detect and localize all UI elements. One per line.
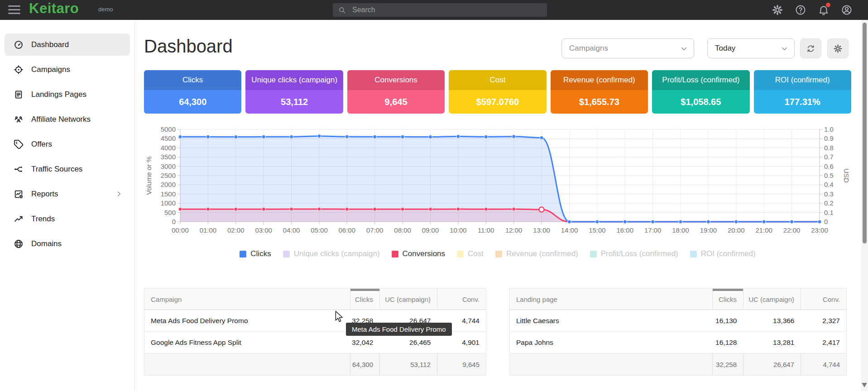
column-header-clicks[interactable]: Clicks bbox=[350, 289, 380, 310]
totals-row: 64,30053,1129,645 bbox=[144, 353, 486, 376]
topbar-actions bbox=[772, 4, 853, 16]
scroll-down-arrow[interactable] bbox=[862, 383, 867, 387]
sidebar-item-trends[interactable]: Trends bbox=[5, 208, 130, 230]
topbar: Keitaro demo bbox=[0, 0, 868, 20]
legend-item-profit-loss-confirmed[interactable]: Profit/Loss (confirmed) bbox=[590, 249, 678, 258]
table-row[interactable]: Little Caesars16,13013,3662,327 bbox=[510, 310, 847, 332]
svg-text:03:00: 03:00 bbox=[255, 226, 272, 234]
sidebar: DashboardCampaignsLandings PagesAffiliat… bbox=[0, 20, 135, 391]
legend-label: Revenue (confirmed) bbox=[506, 249, 578, 258]
legend-swatch bbox=[392, 251, 398, 257]
keitaro-dashboard: Keitaro demo DashboardCampaignsLandings … bbox=[0, 0, 868, 391]
legend-item-cost[interactable]: Cost bbox=[457, 249, 484, 258]
totals-value: 9,645 bbox=[437, 353, 486, 376]
svg-text:11:00: 11:00 bbox=[478, 226, 494, 234]
sort-indicator bbox=[350, 289, 379, 291]
svg-text:13:00: 13:00 bbox=[533, 226, 550, 234]
row-tooltip: Meta Ads Food Delivery Promo bbox=[346, 323, 452, 336]
column-header-uc-campaign[interactable]: UC (campaign) bbox=[380, 289, 437, 310]
settings-icon[interactable] bbox=[772, 4, 783, 16]
refresh-button[interactable] bbox=[800, 38, 821, 58]
svg-text:0.9: 0.9 bbox=[824, 134, 834, 142]
svg-text:1000: 1000 bbox=[161, 199, 176, 207]
legend-item-clicks[interactable]: Clicks bbox=[240, 249, 271, 258]
row-value: 13,281 bbox=[743, 332, 801, 353]
stat-card-value: 64,300 bbox=[144, 90, 241, 114]
chevron-right-icon bbox=[115, 190, 123, 198]
svg-text:21:00: 21:00 bbox=[755, 226, 772, 234]
help-icon[interactable] bbox=[795, 4, 806, 16]
svg-text:1500: 1500 bbox=[161, 190, 176, 198]
legend-item-roi-confirmed[interactable]: ROI (confirmed) bbox=[690, 249, 756, 258]
sort-indicator bbox=[713, 289, 743, 291]
totals-row: 32,25826,6474,744 bbox=[510, 353, 847, 376]
svg-text:0.8: 0.8 bbox=[824, 144, 834, 152]
logo[interactable]: Keitaro bbox=[29, 0, 79, 17]
scrollbar-track[interactable] bbox=[861, 20, 868, 391]
stat-card-label: Clicks bbox=[144, 70, 241, 90]
select-value: Today bbox=[715, 44, 735, 53]
sidebar-item-domains[interactable]: Domains bbox=[5, 233, 130, 255]
dashboard-settings-button[interactable] bbox=[827, 38, 849, 58]
grouping-select[interactable]: Campaigns bbox=[561, 38, 694, 58]
sidebar-item-label: Dashboard bbox=[31, 40, 69, 49]
legend-swatch bbox=[495, 251, 502, 257]
sidebar-item-offers[interactable]: $Offers bbox=[5, 133, 130, 155]
legend-label: Profit/Loss (confirmed) bbox=[601, 249, 678, 258]
sidebar-item-affiliate-networks[interactable]: Affiliate Networks bbox=[5, 108, 130, 130]
sidebar-item-label: Traffic Sources bbox=[31, 165, 82, 174]
legend-label: Conversions bbox=[403, 249, 446, 258]
svg-text:07:00: 07:00 bbox=[366, 226, 384, 234]
stat-card-label: Cost bbox=[449, 70, 546, 90]
column-header-clicks[interactable]: Clicks bbox=[713, 289, 743, 310]
legend-item-unique-clicks-campaign[interactable]: Unique clicks (campaign) bbox=[283, 249, 380, 258]
sidebar-item-dashboard[interactable]: Dashboard bbox=[5, 33, 130, 56]
search-bar[interactable] bbox=[333, 3, 547, 17]
date-range-select[interactable]: Today bbox=[707, 38, 795, 58]
svg-text:19:00: 19:00 bbox=[700, 226, 717, 234]
legend-item-conversions[interactable]: Conversions bbox=[392, 249, 446, 258]
svg-text:16:00: 16:00 bbox=[617, 226, 634, 234]
legend-label: Cost bbox=[468, 249, 484, 258]
stat-card-conversions: Conversions9,645 bbox=[347, 70, 445, 114]
row-value: 16,128 bbox=[713, 332, 743, 353]
svg-text:0.1: 0.1 bbox=[824, 209, 834, 216]
svg-text:10:00: 10:00 bbox=[450, 226, 467, 234]
sidebar-item-reports[interactable]: Reports bbox=[5, 183, 130, 205]
svg-text:04:00: 04:00 bbox=[283, 226, 300, 234]
traffic-chart: 00:0001:0002:0003:0004:0005:0006:0007:00… bbox=[144, 121, 859, 241]
row-name: Papa Johns bbox=[510, 332, 713, 353]
sidebar-item-traffic-sources[interactable]: Traffic Sources bbox=[5, 158, 130, 180]
column-header-uc-campaign[interactable]: UC (campaign) bbox=[743, 289, 801, 310]
stat-card-label: Profit/Loss (confirmed) bbox=[652, 70, 749, 90]
sidebar-item-landings-pages[interactable]: Landings Pages bbox=[5, 83, 130, 105]
svg-text:0.6: 0.6 bbox=[824, 162, 834, 170]
svg-text:0.2: 0.2 bbox=[824, 199, 834, 207]
svg-text:17:00: 17:00 bbox=[644, 226, 662, 234]
search-icon bbox=[338, 6, 346, 14]
sidebar-item-label: Trends bbox=[31, 215, 55, 224]
svg-text:Volume or %: Volume or % bbox=[145, 156, 153, 195]
account-icon[interactable] bbox=[841, 4, 853, 16]
sidebar-item-campaigns[interactable]: Campaigns bbox=[5, 58, 130, 81]
notifications-icon[interactable] bbox=[818, 4, 830, 16]
scrollbar-thumb[interactable] bbox=[863, 23, 867, 243]
stat-card-label: Revenue (confirmed) bbox=[551, 70, 648, 90]
column-header-conv[interactable]: Conv. bbox=[801, 289, 847, 310]
column-header-campaign[interactable]: Campaign bbox=[144, 289, 350, 310]
search-input[interactable] bbox=[351, 5, 542, 14]
totals-value: 4,744 bbox=[801, 353, 847, 376]
menu-toggle-button[interactable] bbox=[8, 5, 20, 14]
stat-card-profit-loss-confirmed: Profit/Loss (confirmed)$1,058.65 bbox=[652, 70, 749, 114]
svg-text:USD: USD bbox=[843, 168, 850, 183]
column-header-landing-page[interactable]: Landing page bbox=[510, 289, 713, 310]
sidebar-item-label: Affiliate Networks bbox=[31, 115, 91, 124]
svg-text:01:00: 01:00 bbox=[200, 226, 217, 234]
stat-card-value: $597.0760 bbox=[449, 90, 546, 114]
row-value: 2,327 bbox=[801, 310, 847, 332]
svg-text:$: $ bbox=[16, 141, 18, 144]
column-header-conv[interactable]: Conv. bbox=[437, 289, 486, 310]
table-row[interactable]: Papa Johns16,12813,2812,417 bbox=[510, 332, 847, 353]
svg-text:3000: 3000 bbox=[161, 162, 176, 170]
legend-item-revenue-confirmed[interactable]: Revenue (confirmed) bbox=[495, 249, 578, 258]
